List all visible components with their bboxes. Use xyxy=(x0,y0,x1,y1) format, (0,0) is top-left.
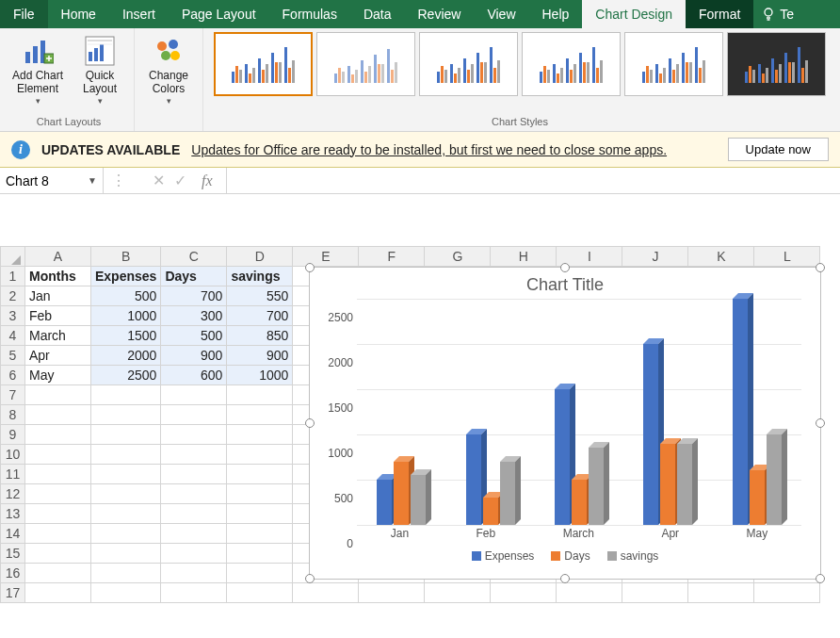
row-header[interactable]: 9 xyxy=(1,425,25,445)
cell-D12[interactable] xyxy=(227,484,293,504)
cell-B10[interactable] xyxy=(91,445,161,465)
cell-D5[interactable]: 900 xyxy=(227,346,293,366)
select-all-cell[interactable] xyxy=(1,247,25,267)
resize-handle[interactable] xyxy=(305,574,315,583)
column-header[interactable]: C xyxy=(161,247,227,267)
row-header[interactable]: 3 xyxy=(1,306,25,326)
cell-D9[interactable] xyxy=(227,425,293,445)
cell-L17[interactable] xyxy=(754,583,820,603)
resize-handle[interactable] xyxy=(560,574,570,583)
chevron-down-icon[interactable]: ▼ xyxy=(88,175,97,186)
cell-C6[interactable]: 600 xyxy=(161,366,227,385)
cell-A7[interactable] xyxy=(25,385,91,405)
cell-A17[interactable] xyxy=(25,583,91,603)
bar[interactable] xyxy=(394,462,409,525)
resize-handle[interactable] xyxy=(560,263,570,272)
tab-view[interactable]: View xyxy=(474,0,528,28)
cell-E17[interactable] xyxy=(293,583,359,603)
cell-D3[interactable]: 700 xyxy=(227,306,293,326)
tab-help[interactable]: Help xyxy=(529,0,583,28)
cell-C7[interactable] xyxy=(161,385,227,405)
chart-style-1[interactable] xyxy=(214,32,313,96)
row-header[interactable]: 11 xyxy=(1,465,25,484)
cell-D2[interactable]: 550 xyxy=(227,286,293,306)
bar[interactable] xyxy=(377,480,392,525)
bar-group[interactable] xyxy=(466,434,515,525)
cell-B6[interactable]: 2500 xyxy=(91,366,161,385)
row-header[interactable]: 2 xyxy=(1,286,25,306)
cell-A14[interactable] xyxy=(25,524,91,544)
cell-D15[interactable] xyxy=(227,544,293,564)
column-header[interactable]: E xyxy=(293,247,359,267)
update-now-button[interactable]: Update now xyxy=(728,138,829,161)
banner-message[interactable]: Updates for Office are ready to be insta… xyxy=(191,142,667,157)
bar[interactable] xyxy=(733,299,748,525)
cell-B17[interactable] xyxy=(91,583,161,603)
chart-style-2[interactable] xyxy=(316,32,415,96)
column-header[interactable]: F xyxy=(359,247,425,267)
row-header[interactable]: 4 xyxy=(1,326,25,346)
resize-handle[interactable] xyxy=(816,574,825,583)
chart-plot-area[interactable] xyxy=(357,299,801,525)
cell-D17[interactable] xyxy=(227,583,293,603)
column-header[interactable]: J xyxy=(622,247,688,267)
tab-chart-design[interactable]: Chart Design xyxy=(582,0,686,28)
cell-B15[interactable] xyxy=(91,544,161,564)
cell-D10[interactable] xyxy=(227,445,293,465)
bar[interactable] xyxy=(411,475,426,525)
row-header[interactable]: 8 xyxy=(1,405,25,425)
row-header[interactable]: 6 xyxy=(1,366,25,385)
cell-C3[interactable]: 300 xyxy=(161,306,227,326)
cell-J17[interactable] xyxy=(622,583,688,603)
cell-A1[interactable]: Months xyxy=(25,267,91,286)
legend-item[interactable]: Days xyxy=(551,549,590,563)
chart-style-3[interactable] xyxy=(419,32,518,96)
cell-D4[interactable]: 850 xyxy=(227,326,293,346)
cell-A15[interactable] xyxy=(25,544,91,564)
row-header[interactable]: 7 xyxy=(1,385,25,405)
cell-A3[interactable]: Feb xyxy=(25,306,91,326)
cell-C8[interactable] xyxy=(161,405,227,425)
tab-file[interactable]: File xyxy=(0,0,48,28)
cell-A16[interactable] xyxy=(25,564,91,583)
cell-A5[interactable]: Apr xyxy=(25,346,91,366)
fbar-more-icon[interactable]: ⋮ xyxy=(111,172,126,189)
bar-group[interactable] xyxy=(555,389,604,525)
row-header[interactable]: 5 xyxy=(1,346,25,366)
row-header[interactable]: 13 xyxy=(1,504,25,524)
cell-D7[interactable] xyxy=(227,385,293,405)
name-box-input[interactable] xyxy=(6,173,88,188)
cell-A9[interactable] xyxy=(25,425,91,445)
cell-C14[interactable] xyxy=(161,524,227,544)
row-header[interactable]: 10 xyxy=(1,445,25,465)
cell-H17[interactable] xyxy=(491,583,557,603)
resize-handle[interactable] xyxy=(305,263,315,272)
cell-C16[interactable] xyxy=(161,564,227,583)
bar[interactable] xyxy=(483,498,498,525)
cell-B9[interactable] xyxy=(91,425,161,445)
tab-formulas[interactable]: Formulas xyxy=(269,0,350,28)
bar-group[interactable] xyxy=(377,462,426,525)
cell-F17[interactable] xyxy=(359,583,425,603)
enter-icon[interactable]: ✓ xyxy=(174,172,186,189)
cell-A6[interactable]: May xyxy=(25,366,91,385)
cell-C13[interactable] xyxy=(161,504,227,524)
cell-B11[interactable] xyxy=(91,465,161,484)
cell-I17[interactable] xyxy=(557,583,622,603)
chart-style-5[interactable] xyxy=(624,32,723,96)
column-header[interactable]: K xyxy=(688,247,754,267)
formula-input[interactable] xyxy=(227,173,840,188)
column-header[interactable]: B xyxy=(91,247,161,267)
chart-style-6[interactable] xyxy=(727,32,826,96)
cell-B4[interactable]: 1500 xyxy=(91,326,161,346)
cell-B5[interactable]: 2000 xyxy=(91,346,161,366)
cell-A13[interactable] xyxy=(25,504,91,524)
cell-C4[interactable]: 500 xyxy=(161,326,227,346)
tab-data[interactable]: Data xyxy=(350,0,405,28)
cell-C1[interactable]: Days xyxy=(161,267,227,286)
cell-B12[interactable] xyxy=(91,484,161,504)
tab-home[interactable]: Home xyxy=(48,0,109,28)
cell-D1[interactable]: savings xyxy=(227,267,293,286)
row-header[interactable]: 17 xyxy=(1,583,25,603)
cell-D8[interactable] xyxy=(227,405,293,425)
